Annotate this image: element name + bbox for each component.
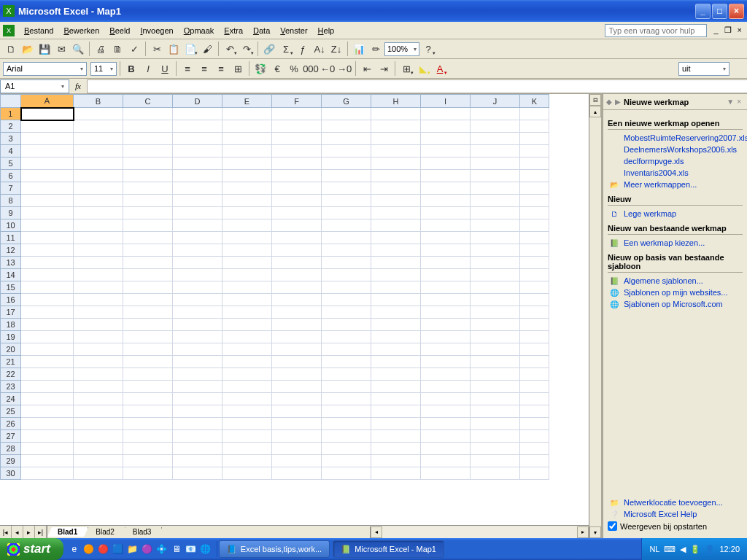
cell-F24[interactable] bbox=[272, 393, 322, 405]
cell-B6[interactable] bbox=[74, 170, 123, 182]
cell-J10[interactable] bbox=[471, 219, 520, 232]
ql-icon[interactable]: 🟣 bbox=[141, 541, 154, 557]
cell-B1[interactable] bbox=[74, 108, 123, 120]
cell-F7[interactable] bbox=[272, 182, 322, 195]
cell-B19[interactable] bbox=[74, 331, 123, 343]
cell-J28[interactable] bbox=[471, 443, 520, 455]
font-combo[interactable]: Arial▾ bbox=[3, 62, 87, 76]
zoom-combo[interactable]: 100%▾ bbox=[384, 42, 419, 56]
cell-B30[interactable] bbox=[74, 467, 123, 480]
increase-decimal-button[interactable]: ←0 bbox=[320, 61, 336, 77]
cell-H6[interactable] bbox=[371, 170, 421, 182]
cell-G21[interactable] bbox=[322, 356, 371, 368]
cell-E6[interactable] bbox=[222, 170, 272, 182]
formula-input[interactable] bbox=[87, 79, 747, 93]
cell-F20[interactable] bbox=[272, 343, 322, 356]
cell-A7[interactable] bbox=[21, 182, 74, 195]
col-header-C[interactable]: C bbox=[123, 95, 173, 108]
cell-A1[interactable] bbox=[21, 108, 74, 120]
cell-B7[interactable] bbox=[74, 182, 123, 195]
row-header-5[interactable]: 5 bbox=[1, 158, 21, 170]
ql-icon[interactable]: 🖥 bbox=[170, 541, 183, 557]
cell-I2[interactable] bbox=[421, 120, 471, 133]
cell-E26[interactable] bbox=[222, 418, 272, 430]
name-box[interactable]: A1▾ bbox=[0, 79, 69, 93]
cell-H27[interactable] bbox=[371, 430, 421, 443]
cell-K27[interactable] bbox=[520, 430, 549, 443]
borders-button[interactable]: ⊞ bbox=[398, 61, 414, 77]
cell-B12[interactable] bbox=[74, 244, 123, 257]
cell-K23[interactable] bbox=[520, 381, 549, 393]
cell-E18[interactable] bbox=[222, 319, 272, 331]
minimize-button[interactable]: _ bbox=[695, 4, 711, 19]
cell-F6[interactable] bbox=[272, 170, 322, 182]
cell-I24[interactable] bbox=[421, 393, 471, 405]
cell-C29[interactable] bbox=[123, 455, 173, 467]
cell-J19[interactable] bbox=[471, 331, 520, 343]
cell-I20[interactable] bbox=[421, 343, 471, 356]
cell-A21[interactable] bbox=[21, 356, 74, 368]
start-button[interactable]: start bbox=[0, 538, 63, 560]
cell-B24[interactable] bbox=[74, 393, 123, 405]
cell-I3[interactable] bbox=[421, 133, 471, 145]
cell-J15[interactable] bbox=[471, 281, 520, 294]
cell-B18[interactable] bbox=[74, 319, 123, 331]
cell-C20[interactable] bbox=[123, 343, 173, 356]
cell-C25[interactable] bbox=[123, 405, 173, 418]
cell-G9[interactable] bbox=[322, 207, 371, 219]
cell-A30[interactable] bbox=[21, 467, 74, 480]
row-header-15[interactable]: 15 bbox=[1, 281, 21, 294]
col-header-K[interactable]: K bbox=[520, 95, 549, 108]
thousands-button[interactable]: 000 bbox=[303, 61, 319, 77]
cell-B15[interactable] bbox=[74, 281, 123, 294]
cell-K15[interactable] bbox=[520, 281, 549, 294]
cell-B25[interactable] bbox=[74, 405, 123, 418]
row-header-9[interactable]: 9 bbox=[1, 207, 21, 219]
cell-B2[interactable] bbox=[74, 120, 123, 133]
help-button[interactable]: ? bbox=[420, 41, 436, 57]
cell-E28[interactable] bbox=[222, 443, 272, 455]
cell-F29[interactable] bbox=[272, 455, 322, 467]
show-startup-checkbox[interactable]: Weergeven bij opstarten bbox=[608, 520, 743, 532]
cell-A10[interactable] bbox=[21, 219, 74, 232]
cell-D27[interactable] bbox=[173, 430, 222, 443]
decrease-indent-button[interactable]: ⇤ bbox=[359, 61, 375, 77]
cell-G13[interactable] bbox=[322, 257, 371, 269]
cell-K21[interactable] bbox=[520, 356, 549, 368]
menu-beeld[interactable]: Beeld bbox=[104, 24, 135, 37]
paste-button[interactable]: 📄 bbox=[182, 41, 198, 57]
cell-D13[interactable] bbox=[173, 257, 222, 269]
cell-A13[interactable] bbox=[21, 257, 74, 269]
cell-K26[interactable] bbox=[520, 418, 549, 430]
cell-E23[interactable] bbox=[222, 381, 272, 393]
cell-K10[interactable] bbox=[520, 219, 549, 232]
cell-E27[interactable] bbox=[222, 430, 272, 443]
website-templates-link[interactable]: 🌐Sjablonen op mijn websites... bbox=[608, 287, 743, 298]
tray-icon[interactable]: ◀ bbox=[680, 545, 686, 554]
cell-F23[interactable] bbox=[272, 381, 322, 393]
cell-H19[interactable] bbox=[371, 331, 421, 343]
cell-D8[interactable] bbox=[173, 195, 222, 207]
cell-F15[interactable] bbox=[272, 281, 322, 294]
chart-button[interactable]: 📊 bbox=[351, 41, 367, 57]
cell-F4[interactable] bbox=[272, 145, 322, 158]
cell-E8[interactable] bbox=[222, 195, 272, 207]
cell-H18[interactable] bbox=[371, 319, 421, 331]
cell-K13[interactable] bbox=[520, 257, 549, 269]
cell-C30[interactable] bbox=[123, 467, 173, 480]
copy-button[interactable]: 📋 bbox=[166, 41, 182, 57]
cell-J5[interactable] bbox=[471, 158, 520, 170]
cell-H8[interactable] bbox=[371, 195, 421, 207]
cell-I19[interactable] bbox=[421, 331, 471, 343]
tray-icon[interactable]: 🔋 bbox=[690, 545, 700, 554]
row-header-26[interactable]: 26 bbox=[1, 418, 21, 430]
cell-B27[interactable] bbox=[74, 430, 123, 443]
wrap-combo[interactable]: uit▾ bbox=[678, 62, 729, 76]
taskpane-close-button[interactable]: × bbox=[737, 98, 741, 106]
cell-D4[interactable] bbox=[173, 145, 222, 158]
cell-C3[interactable] bbox=[123, 133, 173, 145]
cell-D6[interactable] bbox=[173, 170, 222, 182]
cell-D15[interactable] bbox=[173, 281, 222, 294]
cell-D30[interactable] bbox=[173, 467, 222, 480]
undo-button[interactable]: ↶ bbox=[222, 41, 238, 57]
